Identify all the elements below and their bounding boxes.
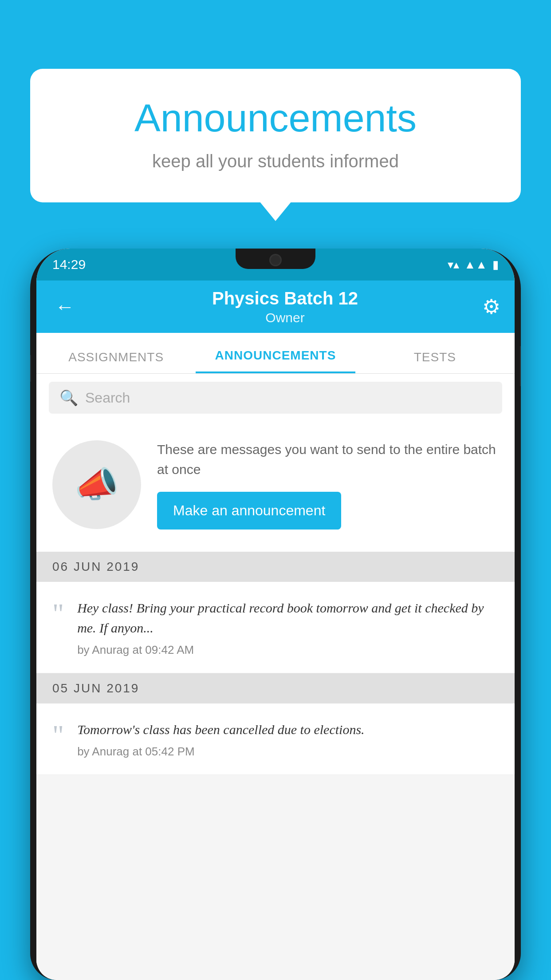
speech-bubble-subtitle: keep all your students informed — [66, 151, 485, 171]
power-button — [520, 346, 521, 386]
search-icon: 🔍 — [59, 389, 78, 407]
announcement-meta-1: by Anurag at 09:42 AM — [77, 643, 499, 657]
app-bar: ← Physics Batch 12 Owner ⚙ — [36, 281, 515, 333]
volume-button — [30, 355, 31, 382]
status-time: 14:29 — [52, 257, 86, 272]
announcement-content-2: Tomorrow's class has been cancelled due … — [77, 719, 499, 759]
megaphone-icon: 📣 — [75, 464, 119, 506]
phone-frame: 14:29 ▾▴ ▲▲ ▮ ← Physics Batch 12 Owner ⚙… — [30, 249, 521, 980]
front-camera — [269, 254, 282, 266]
announcement-text-1: Hey class! Bring your practical record b… — [77, 598, 499, 638]
announcement-icon-circle: 📣 — [52, 440, 141, 529]
announcement-description: These are messages you want to send to t… — [157, 439, 499, 479]
speech-bubble: Announcements keep all your students inf… — [30, 69, 521, 202]
announcement-right: These are messages you want to send to t… — [157, 439, 499, 530]
wifi-icon: ▾▴ — [448, 258, 459, 272]
announcement-content-1: Hey class! Bring your practical record b… — [77, 598, 499, 657]
phone-screen: 14:29 ▾▴ ▲▲ ▮ ← Physics Batch 12 Owner ⚙… — [36, 249, 515, 980]
make-announcement-button[interactable]: Make an announcement — [157, 492, 341, 530]
app-bar-title: Physics Batch 12 — [88, 288, 482, 308]
tab-announcements[interactable]: ANNOUNCEMENTS — [196, 348, 355, 373]
search-bar: 🔍 Search — [36, 374, 515, 422]
tab-assignments[interactable]: ASSIGNMENTS — [36, 350, 196, 373]
battery-icon: ▮ — [492, 258, 499, 272]
signal-icon: ▲▲ — [464, 258, 487, 272]
announcement-item-1[interactable]: " Hey class! Bring your practical record… — [36, 582, 515, 673]
announcement-prompt-card: 📣 These are messages you want to send to… — [36, 422, 515, 552]
date-header-2: 05 JUN 2019 — [36, 673, 515, 703]
status-icons: ▾▴ ▲▲ ▮ — [448, 258, 499, 272]
quote-icon-2: " — [52, 721, 64, 750]
back-button[interactable]: ← — [51, 291, 79, 322]
announcement-item-2[interactable]: " Tomorrow's class has been cancelled du… — [36, 703, 515, 775]
speech-bubble-title: Announcements — [66, 95, 485, 141]
quote-icon-1: " — [52, 600, 64, 628]
phone-notch — [236, 249, 315, 269]
search-input-wrap[interactable]: 🔍 Search — [49, 382, 502, 414]
tab-bar: ASSIGNMENTS ANNOUNCEMENTS TESTS — [36, 333, 515, 374]
content-area: 🔍 Search 📣 These are messages you want t… — [36, 374, 515, 980]
announcement-meta-2: by Anurag at 05:42 PM — [77, 745, 499, 759]
tab-tests[interactable]: TESTS — [355, 350, 515, 373]
app-bar-title-group: Physics Batch 12 Owner — [88, 288, 482, 325]
settings-button[interactable]: ⚙ — [482, 295, 500, 319]
app-bar-subtitle: Owner — [88, 310, 482, 325]
announcement-text-2: Tomorrow's class has been cancelled due … — [77, 719, 499, 739]
search-placeholder: Search — [85, 390, 130, 406]
speech-bubble-container: Announcements keep all your students inf… — [30, 69, 521, 202]
date-header-1: 06 JUN 2019 — [36, 552, 515, 582]
